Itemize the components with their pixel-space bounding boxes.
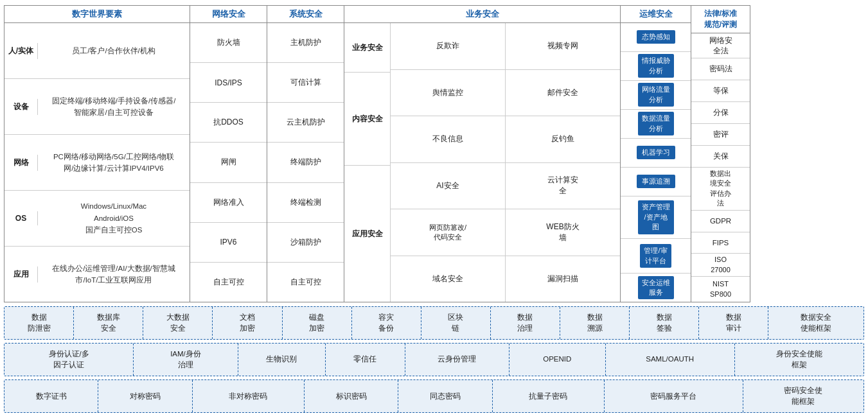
content-person: 员工/客户/合作伙伴/机构 [38,42,190,59]
network-item-autonomous: 自主可控 [190,263,267,302]
identity-security-row: 身份认证/多因子认证 IAM/身份治理 生物识别 零信任 云身份管理 OPENI… [4,343,864,376]
digital-row-os: OS Windows/Linux/MacAndroid/iOS国产自主可控OS [4,191,190,247]
crypto-cell-asym: 非对称密码 [193,380,305,412]
label-person: 人/实体 [4,43,38,59]
system-item-auto: 自主可控 [267,263,344,302]
law-item-guanbao: 关保 [691,146,750,168]
data-cell-verify: 数据签验 [630,307,699,339]
digital-header: 数字世界要素 [4,6,190,23]
data-cell-blockchain: 区块链 [421,307,491,339]
label-business-security: 业务安全 [344,23,390,73]
content-device: 固定终端/移动终端/手持设备/传感器/智能家居/自主可控设备 [38,92,190,121]
system-item-host: 主机防护 [267,23,344,63]
law-item-fenbao: 分保 [691,102,750,124]
ops-items: 态势感知 情报威胁分析 网络流量分析 数据流量分析 机器学习 事源追溯 [621,23,691,302]
system-item-sandbox: 沙箱防护 [267,223,344,263]
law-item-fips: FIPS [691,232,750,254]
business-section-2a: 舆情监控 邮件安全 [391,70,620,117]
data-cell-framework: 数据安全使能框架 [768,307,864,339]
law-item-gdpr: GDPR [691,211,750,232]
id-cell-mfa: 身份认证/多因子认证 [4,344,134,376]
data-cell-governance: 数据治理 [491,307,560,339]
id-cell-cloudid: 云身份管理 [405,344,509,376]
section-digital: 数字世界要素 人/实体 员工/客户/合作伙伴/机构 设备 固定终端/移动终端/手… [4,5,190,302]
digital-rows: 人/实体 员工/客户/合作伙伴/机构 设备 固定终端/移动终端/手持设备/传感器… [4,23,190,302]
crypto-cell-homo: 同态密码 [398,380,492,412]
id-cell-zerotrust: 零信任 [326,344,405,376]
law-items: 网络安全法 密码法 等保 分保 密评 关保 数据出境安全评估办法 GDPR FI… [691,33,750,302]
label-device: 设备 [4,99,38,115]
data-cell-diskenc: 磁盘加密 [283,307,352,339]
section-system: 系统安全 主机防护 可信计算 云主机防护 终端防护 终端检测 沙箱防护 自主可控 [267,5,344,302]
ops-item-trace: 事源追溯 [621,168,691,196]
data-cell-trace: 数据溯源 [560,307,630,339]
digital-row-app: 应用 在线办公/运维管理/AI/大数据/智慧城市/IoT/工业互联网应用 [4,247,190,302]
crypto-cell-cert: 数字证书 [4,380,98,412]
digital-row-network: 网络 PC网络/移动网络/5G/工控网络/物联网/边缘计算/云计算IPV4/IP… [4,135,190,191]
law-item-dataexport: 数据出境安全评估办法 [691,168,750,211]
data-cell-audit: 数据审计 [699,307,768,339]
page-wrapper: 数字世界要素 人/实体 员工/客户/合作伙伴/机构 设备 固定终端/移动终端/手… [0,0,868,418]
business-section-3b: 网页防篡改/代码安全 WEB防火墙 [391,209,620,256]
business-main-header: 业务安全 [344,6,620,23]
business-section-3c: 域名安全 漏洞扫描 [391,256,620,302]
law-header: 法律/标准规范/评测 [691,6,750,33]
ops-item-audit: 管理/审计平台 [621,239,691,274]
law-item-nist: NISTSP800 [691,277,750,302]
ops-item-service: 安全运维服务 [621,274,691,302]
top-area: 数字世界要素 人/实体 员工/客户/合作伙伴/机构 设备 固定终端/移动终端/手… [4,5,864,302]
crypto-cell-platform: 密码服务平台 [605,380,743,412]
network-item-gateway: 网闸 [190,143,267,182]
biz-cell-antifraud: 反欺诈 [391,23,506,69]
biz-cell-harmful: 不良信息 [391,116,506,162]
label-os: OS [4,211,38,225]
network-item-access: 网络准入 [190,183,267,223]
biz-cell-waf: WEB防火墙 [506,209,620,256]
business-body: 业务安全 内容安全 应用安全 反欺诈 视频专网 舆情监控 邮件安全 [344,23,620,302]
ops-item-dataflow: 数据流量分析 [621,110,691,139]
ops-item-ml: 机器学习 [621,139,691,168]
biz-cell-vuln: 漏洞扫描 [506,256,620,302]
id-cell-bio: 生物识别 [238,344,326,376]
system-item-detect: 终端检测 [267,183,344,223]
business-section-3a: AI安全 云计算安全 [391,163,620,210]
content-app: 在线办公/运维管理/AI/大数据/智慧城市/IoT/工业互联网应用 [38,260,190,289]
crypto-cell-quantum: 抗量子密码 [493,380,605,412]
id-cell-saml: SAML/OAUTH [606,344,735,376]
ops-item-threat: 情报威胁分析 [621,52,691,81]
data-cell-docenc: 文档加密 [213,307,282,339]
data-cell-dlp: 数据防泄密 [4,307,74,339]
biz-cell-domain: 域名安全 [391,256,506,302]
label-content-security: 内容安全 [344,73,390,166]
crypto-cell-id: 标识密码 [305,380,398,412]
content-network: PC网络/移动网络/5G/工控网络/物联网/边缘计算/云计算IPV4/IPV6 [38,148,190,177]
section-business: 业务安全 业务安全 内容安全 应用安全 反欺诈 视频专网 [344,5,621,302]
bottom-rows: 数据防泄密 数据库安全 大数据安全 文档加密 磁盘加密 容灾备份 区块链 数据治… [4,306,864,413]
ops-item-situational: 态势感知 [621,23,691,52]
ops-item-asset: 资产管理/资产地图 [621,196,691,239]
network-item-firewall: 防火墙 [190,23,267,63]
data-security-row: 数据防泄密 数据库安全 大数据安全 文档加密 磁盘加密 容灾备份 区块链 数据治… [4,306,864,340]
content-os: Windows/Linux/MacAndroid/iOS国产自主可控OS [38,198,190,238]
business-section-1: 反欺诈 视频专网 [391,23,620,70]
biz-cell-public-opinion: 舆情监控 [391,70,506,116]
network-item-ddos: 抗DDOS [190,103,267,143]
id-cell-framework: 身份安全使能框架 [735,344,864,376]
network-item-ipv6: IPV6 [190,223,267,263]
law-item-cryptolaw: 密码法 [691,58,750,80]
crypto-security-row: 数字证书 对称密码 非对称密码 标识密码 同态密码 抗量子密码 密码服务平台 密… [4,379,864,413]
ops-item-netflow: 网络流量分析 [621,81,691,110]
law-item-mipping: 密评 [691,124,750,146]
network-items: 防火墙 IDS/IPS 抗DDOS 网闸 网络准入 IPV6 自主可控 [190,23,267,302]
law-item-iso27000: ISO27000 [691,254,750,277]
section-network: 网络安全 防火墙 IDS/IPS 抗DDOS 网闸 网络准入 IPV6 自主可控 [190,5,267,302]
network-item-ids: IDS/IPS [190,63,267,103]
system-header: 系统安全 [267,6,344,23]
system-items: 主机防护 可信计算 云主机防护 终端防护 终端检测 沙箱防护 自主可控 [267,23,344,302]
label-app: 应用 [4,266,38,283]
system-item-trusted: 可信计算 [267,63,344,103]
section-law: 法律/标准规范/评测 网络安全法 密码法 等保 分保 密评 关保 数据出境安全评… [691,5,750,302]
digital-row-device: 设备 固定终端/移动终端/手持设备/传感器/智能家居/自主可控设备 [4,79,190,135]
network-header: 网络安全 [190,6,267,23]
biz-cell-antiphish: 反钓鱼 [506,116,620,162]
